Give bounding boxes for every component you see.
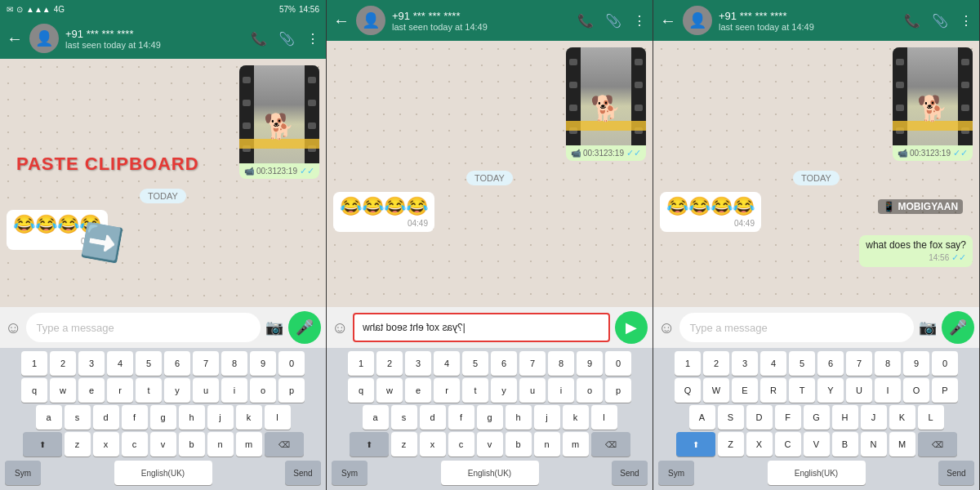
- key-f[interactable]: f: [122, 405, 148, 430]
- key-0c[interactable]: 0: [932, 351, 958, 376]
- key-k[interactable]: k: [236, 405, 262, 430]
- key-nb[interactable]: n: [534, 432, 560, 457]
- key-sym-3[interactable]: Sym: [658, 461, 694, 485]
- key-8[interactable]: 8: [221, 351, 247, 376]
- key-oc[interactable]: O: [903, 378, 929, 403]
- attachment-icon-3[interactable]: 📎: [932, 13, 948, 29]
- key-sym[interactable]: Sym: [5, 461, 41, 485]
- key-g[interactable]: g: [150, 405, 176, 430]
- key-nc[interactable]: N: [861, 432, 887, 457]
- key-yc[interactable]: Y: [817, 378, 844, 403]
- back-button-2[interactable]: ←: [333, 11, 350, 30]
- key-s[interactable]: s: [65, 405, 91, 430]
- key-b[interactable]: b: [179, 432, 205, 457]
- key-mb[interactable]: m: [563, 432, 589, 457]
- key-ic[interactable]: I: [875, 378, 901, 403]
- phone-icon-2[interactable]: 📞: [577, 13, 594, 29]
- message-input-2[interactable]: what does the fox say?|: [353, 313, 610, 342]
- key-9c[interactable]: 9: [903, 351, 929, 376]
- key-1[interactable]: 1: [21, 351, 47, 376]
- key-1c[interactable]: 1: [675, 351, 701, 376]
- key-backspace[interactable]: ⌫: [265, 432, 304, 457]
- key-sb[interactable]: s: [391, 405, 417, 430]
- key-6b[interactable]: 6: [491, 351, 517, 376]
- key-y[interactable]: y: [164, 378, 190, 403]
- key-4b[interactable]: 4: [434, 351, 460, 376]
- key-0b[interactable]: 0: [605, 351, 631, 376]
- more-icon-2[interactable]: ⋮: [633, 13, 646, 29]
- key-4c[interactable]: 4: [760, 351, 786, 376]
- key-c[interactable]: c: [122, 432, 148, 457]
- key-rc[interactable]: R: [760, 378, 786, 403]
- key-pb[interactable]: p: [605, 378, 631, 403]
- key-2[interactable]: 2: [50, 351, 76, 376]
- camera-button[interactable]: 📷: [265, 318, 283, 336]
- key-e[interactable]: e: [78, 378, 105, 403]
- key-o[interactable]: o: [250, 378, 276, 403]
- key-send-3[interactable]: Send: [938, 461, 974, 485]
- key-n[interactable]: n: [207, 432, 234, 457]
- key-7b[interactable]: 7: [519, 351, 546, 376]
- key-cb[interactable]: c: [448, 432, 474, 457]
- more-icon-3[interactable]: ⋮: [960, 13, 973, 29]
- key-a[interactable]: a: [36, 405, 62, 430]
- key-9[interactable]: 9: [250, 351, 276, 376]
- key-9b[interactable]: 9: [577, 351, 603, 376]
- back-button-3[interactable]: ←: [660, 11, 676, 30]
- key-7[interactable]: 7: [193, 351, 219, 376]
- key-ab[interactable]: a: [363, 405, 389, 430]
- key-uc[interactable]: U: [846, 378, 872, 403]
- key-5[interactable]: 5: [136, 351, 162, 376]
- key-t[interactable]: t: [136, 378, 162, 403]
- key-8b[interactable]: 8: [548, 351, 574, 376]
- key-3c[interactable]: 3: [732, 351, 758, 376]
- key-vc[interactable]: V: [804, 432, 830, 457]
- key-space-3[interactable]: English(UK): [768, 461, 866, 485]
- key-bc[interactable]: B: [832, 432, 858, 457]
- key-eb[interactable]: e: [405, 378, 431, 403]
- key-mc[interactable]: M: [889, 432, 915, 457]
- key-hc[interactable]: H: [832, 405, 858, 430]
- key-shift-2[interactable]: ⬆: [350, 432, 389, 457]
- key-ec[interactable]: E: [732, 378, 758, 403]
- mic-button-3[interactable]: 🎤: [942, 311, 974, 344]
- key-bb[interactable]: b: [506, 432, 532, 457]
- key-m[interactable]: m: [236, 432, 262, 457]
- attachment-icon[interactable]: 📎: [278, 31, 295, 47]
- key-dc[interactable]: D: [746, 405, 773, 430]
- phone-icon-3[interactable]: 📞: [904, 13, 920, 29]
- key-sym-2[interactable]: Sym: [332, 461, 368, 485]
- key-gb[interactable]: g: [477, 405, 503, 430]
- more-icon[interactable]: ⋮: [306, 31, 319, 47]
- key-u[interactable]: u: [193, 378, 219, 403]
- key-2b[interactable]: 2: [376, 351, 403, 376]
- message-input-3[interactable]: Type a message: [679, 313, 914, 342]
- phone-icon[interactable]: 📞: [251, 31, 267, 47]
- key-space[interactable]: English(UK): [114, 461, 212, 485]
- key-h[interactable]: h: [179, 405, 205, 430]
- key-shift-3[interactable]: ⬆: [676, 432, 715, 457]
- key-i[interactable]: i: [221, 378, 247, 403]
- send-button-2[interactable]: ▶: [615, 311, 648, 344]
- key-pc[interactable]: P: [932, 378, 958, 403]
- emoji-button[interactable]: ☺: [5, 318, 21, 337]
- back-button[interactable]: ←: [7, 29, 23, 48]
- key-vb[interactable]: v: [477, 432, 503, 457]
- key-send-2[interactable]: Send: [612, 461, 648, 485]
- key-fc[interactable]: F: [775, 405, 801, 430]
- key-0[interactable]: 0: [278, 351, 305, 376]
- key-j[interactable]: j: [207, 405, 234, 430]
- key-3b[interactable]: 3: [405, 351, 431, 376]
- key-lb[interactable]: l: [591, 405, 617, 430]
- key-gc[interactable]: G: [804, 405, 830, 430]
- key-fb[interactable]: f: [448, 405, 474, 430]
- key-ob[interactable]: o: [577, 378, 603, 403]
- key-z[interactable]: z: [65, 432, 91, 457]
- key-6[interactable]: 6: [164, 351, 190, 376]
- emoji-button-3[interactable]: ☺: [658, 318, 675, 337]
- key-tb[interactable]: t: [462, 378, 488, 403]
- key-space-2[interactable]: English(UK): [441, 461, 539, 485]
- key-wb[interactable]: w: [376, 378, 403, 403]
- key-backspace-2[interactable]: ⌫: [591, 432, 630, 457]
- key-yb[interactable]: y: [491, 378, 517, 403]
